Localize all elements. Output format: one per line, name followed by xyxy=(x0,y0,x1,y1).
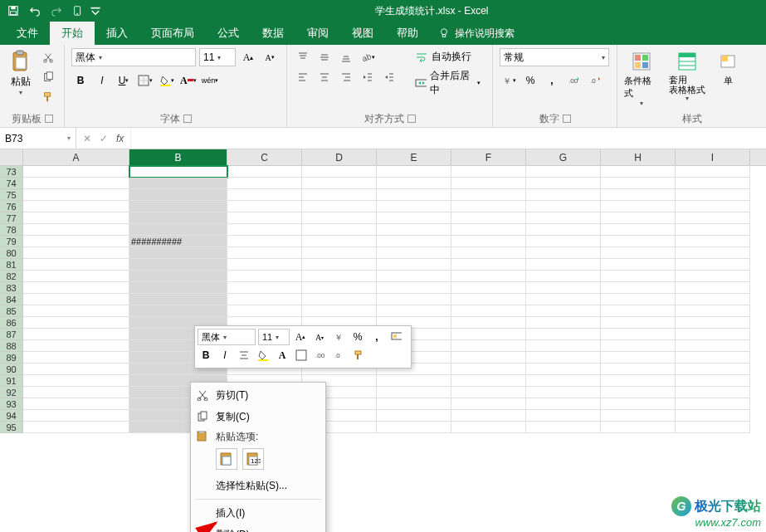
mini-align[interactable] xyxy=(236,347,252,364)
format-painter-button[interactable] xyxy=(39,88,57,106)
ctx-delete[interactable]: 删除(D) xyxy=(191,524,325,532)
cell[interactable] xyxy=(601,201,676,212)
cell[interactable] xyxy=(23,178,129,189)
increase-indent-button[interactable] xyxy=(380,68,398,86)
cell[interactable] xyxy=(377,398,451,410)
cell[interactable] xyxy=(377,375,451,387)
ctx-insert[interactable]: 插入(I) xyxy=(191,502,325,524)
cell[interactable] xyxy=(227,271,302,282)
cell[interactable] xyxy=(377,212,451,224)
row-header[interactable]: 81 xyxy=(0,259,23,271)
cell[interactable] xyxy=(451,247,526,259)
cell[interactable] xyxy=(23,317,129,329)
row-header[interactable]: 93 xyxy=(0,398,23,410)
cell[interactable] xyxy=(601,340,676,352)
cell[interactable] xyxy=(451,410,526,422)
conditional-format-button[interactable]: 条件格式▾ xyxy=(624,48,659,107)
cell[interactable] xyxy=(451,236,526,247)
cell[interactable] xyxy=(377,201,451,212)
copy-button[interactable] xyxy=(39,68,57,86)
cell[interactable] xyxy=(227,189,302,201)
cell[interactable] xyxy=(601,247,676,259)
cell[interactable] xyxy=(676,422,750,433)
cell[interactable] xyxy=(676,375,750,387)
cell[interactable] xyxy=(23,305,129,317)
cell[interactable] xyxy=(129,282,227,294)
cell[interactable] xyxy=(23,364,129,375)
row-header[interactable]: 82 xyxy=(0,271,23,282)
cell[interactable] xyxy=(601,364,676,375)
fill-color-button[interactable]: ▾ xyxy=(158,71,176,90)
cell[interactable] xyxy=(601,352,676,364)
cell[interactable] xyxy=(377,178,451,189)
cell[interactable] xyxy=(227,247,302,259)
row-header[interactable]: 79 xyxy=(0,236,23,247)
column-header[interactable]: I xyxy=(676,149,750,165)
mini-shrink-font[interactable]: A▾ xyxy=(311,329,328,345)
align-bottom-button[interactable] xyxy=(337,48,355,66)
wrap-text-button[interactable]: 自动换行 xyxy=(410,48,485,66)
cell[interactable] xyxy=(377,282,451,294)
merge-center-button[interactable]: 合并后居中▾ xyxy=(410,67,485,99)
cell[interactable] xyxy=(526,201,601,212)
row-header[interactable]: 90 xyxy=(0,364,23,375)
cell[interactable] xyxy=(526,410,601,422)
mini-italic[interactable]: I xyxy=(217,347,233,364)
cell[interactable] xyxy=(23,329,129,340)
cell[interactable] xyxy=(302,189,377,201)
cell[interactable] xyxy=(676,178,750,189)
cell[interactable] xyxy=(302,271,377,282)
column-header[interactable]: E xyxy=(377,149,451,165)
cell[interactable] xyxy=(676,410,750,422)
number-format-combo[interactable]: 常规▾ xyxy=(500,48,609,66)
cell[interactable] xyxy=(377,387,451,398)
cell[interactable] xyxy=(601,387,676,398)
bold-button[interactable]: B xyxy=(71,71,90,90)
cell[interactable] xyxy=(526,352,601,364)
decrease-decimal-button[interactable]: .0 xyxy=(586,71,604,90)
cell[interactable] xyxy=(23,259,129,271)
column-header[interactable]: A xyxy=(23,149,129,165)
cell[interactable] xyxy=(302,212,377,224)
cell[interactable] xyxy=(676,305,750,317)
comma-button[interactable]: , xyxy=(543,71,561,90)
column-header[interactable]: D xyxy=(302,149,377,165)
cell[interactable] xyxy=(676,259,750,271)
mini-dec-dec[interactable]: .0 xyxy=(331,347,348,364)
tab-view[interactable]: 视图 xyxy=(340,22,385,45)
align-launcher[interactable] xyxy=(407,115,416,123)
redo-button[interactable] xyxy=(46,2,66,20)
row-header[interactable]: 78 xyxy=(0,224,23,236)
accounting-format-button[interactable]: ￥▾ xyxy=(500,71,518,90)
cell[interactable] xyxy=(451,422,526,433)
cell[interactable] xyxy=(227,212,302,224)
cell[interactable] xyxy=(451,271,526,282)
row-header[interactable]: 84 xyxy=(0,294,23,305)
cell[interactable] xyxy=(23,282,129,294)
cell[interactable] xyxy=(601,212,676,224)
paste-option-all[interactable] xyxy=(216,448,237,470)
cell[interactable] xyxy=(23,340,129,352)
cell[interactable] xyxy=(676,212,750,224)
cell[interactable] xyxy=(601,178,676,189)
cell[interactable] xyxy=(302,236,377,247)
align-middle-button[interactable] xyxy=(315,48,334,66)
insert-function-button[interactable]: fx xyxy=(116,133,124,144)
cell[interactable] xyxy=(377,305,451,317)
cell[interactable] xyxy=(526,364,601,375)
mini-percent[interactable]: % xyxy=(349,329,366,345)
cell[interactable] xyxy=(601,329,676,340)
ctx-paste-special[interactable]: 选择性粘贴(S)... xyxy=(191,475,325,496)
increase-decimal-button[interactable]: .00 xyxy=(564,71,583,90)
cell[interactable] xyxy=(451,259,526,271)
cell[interactable] xyxy=(676,201,750,212)
table-format-button[interactable]: 套用 表格格式▾ xyxy=(664,48,710,102)
cancel-formula-button[interactable]: ✕ xyxy=(83,133,91,144)
font-color-button[interactable]: A▾ xyxy=(179,71,198,90)
cell[interactable] xyxy=(526,422,601,433)
cell[interactable] xyxy=(302,305,377,317)
cell[interactable] xyxy=(129,201,227,212)
underline-button[interactable]: U▾ xyxy=(115,71,133,90)
tab-page-layout[interactable]: 页面布局 xyxy=(139,22,206,45)
cell[interactable] xyxy=(676,247,750,259)
